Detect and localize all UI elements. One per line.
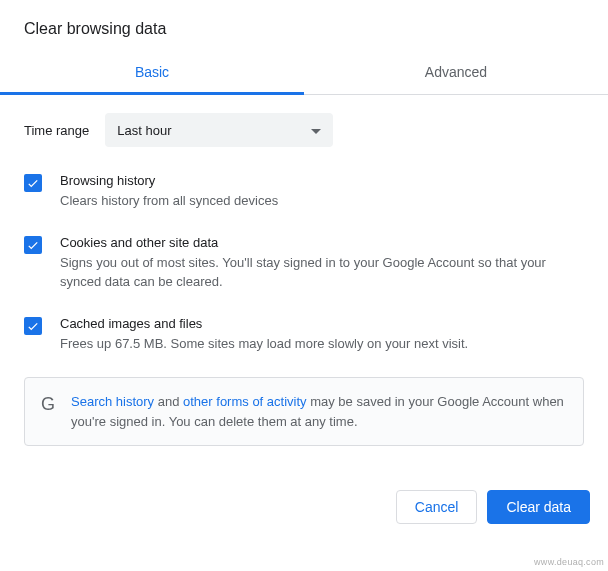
other-activity-link[interactable]: other forms of activity (183, 394, 307, 409)
option-title: Cached images and files (60, 316, 584, 331)
checkbox-cookies[interactable] (24, 236, 42, 254)
info-message: Search history and other forms of activi… (71, 392, 567, 431)
google-account-info: G Search history and other forms of acti… (24, 377, 584, 446)
time-range-label: Time range (24, 123, 89, 138)
dialog-footer: Cancel Clear data (0, 476, 608, 542)
option-desc: Clears history from all synced devices (60, 191, 584, 211)
clear-data-button[interactable]: Clear data (487, 490, 590, 524)
checkbox-browsing-history[interactable] (24, 174, 42, 192)
google-logo-icon: G (41, 394, 55, 415)
time-range-value: Last hour (117, 123, 171, 138)
tab-advanced[interactable]: Advanced (304, 52, 608, 94)
search-history-link[interactable]: Search history (71, 394, 154, 409)
option-cookies: Cookies and other site data Signs you ou… (24, 235, 584, 292)
option-title: Cookies and other site data (60, 235, 584, 250)
cancel-button[interactable]: Cancel (396, 490, 478, 524)
clear-browsing-data-dialog: Clear browsing data Basic Advanced Time … (0, 0, 608, 476)
time-range-select[interactable]: Last hour (105, 113, 333, 147)
tabs: Basic Advanced (0, 52, 608, 95)
tab-basic[interactable]: Basic (0, 52, 304, 94)
option-cache: Cached images and files Frees up 67.5 MB… (24, 316, 584, 354)
option-browsing-history: Browsing history Clears history from all… (24, 173, 584, 211)
dialog-title: Clear browsing data (24, 20, 584, 38)
checkbox-cache[interactable] (24, 317, 42, 335)
option-desc: Frees up 67.5 MB. Some sites may load mo… (60, 334, 584, 354)
time-range-row: Time range Last hour (24, 113, 584, 147)
option-title: Browsing history (60, 173, 584, 188)
option-desc: Signs you out of most sites. You'll stay… (60, 253, 584, 292)
chevron-down-icon (311, 123, 321, 138)
